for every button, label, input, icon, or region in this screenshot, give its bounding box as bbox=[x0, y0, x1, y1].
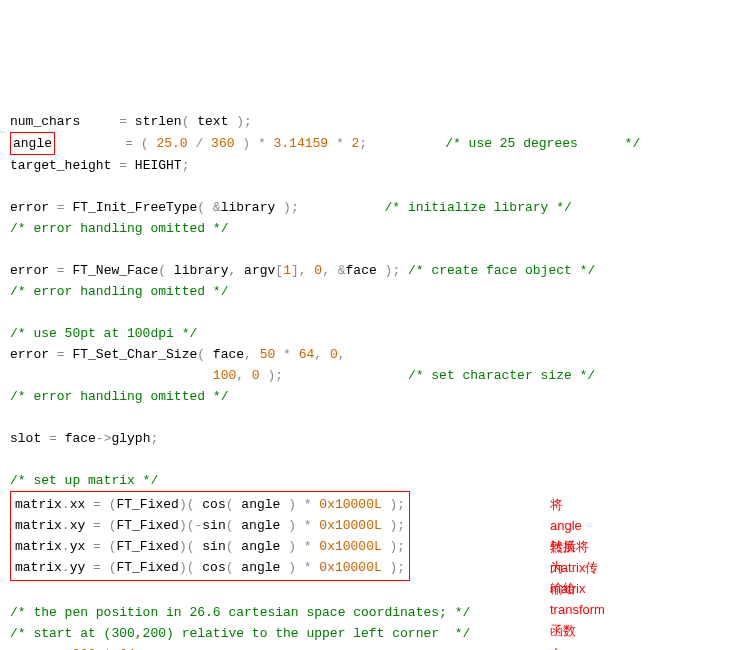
code-comment: /* set up matrix */ bbox=[10, 473, 158, 488]
code-block: num_chars = strlen( text ); angle = ( 25… bbox=[10, 90, 722, 650]
annotation-3: 实现字体选择指定角度 bbox=[550, 644, 563, 650]
code-line: num_chars = strlen( text ); bbox=[10, 114, 252, 129]
code-comment: /* use 50pt at 100dpi */ bbox=[10, 326, 197, 341]
code-line: angle = ( 25.0 / 360 ) * 3.14159 * 2; /*… bbox=[10, 136, 640, 151]
code-comment: /* error handling omitted */ bbox=[10, 221, 228, 236]
matrix-block: matrix.xx = (FT_Fixed)( cos( angle ) * 0… bbox=[10, 560, 410, 575]
code-comment: /* error handling omitted */ bbox=[10, 389, 228, 404]
code-line: slot = face->glyph; bbox=[10, 431, 158, 446]
code-comment: /* error handling omitted */ bbox=[10, 284, 228, 299]
code-line: error = FT_Set_Char_Size( face, 50 * 64,… bbox=[10, 347, 346, 362]
code-line: 100, 0 ); /* set character size */ bbox=[10, 368, 595, 383]
code-line: target_height = HEIGHT; bbox=[10, 158, 189, 173]
annotation-2: 然后将matrix传输给transform函数 bbox=[550, 536, 605, 641]
angle-highlight-box: angle bbox=[10, 132, 55, 155]
code-comment: /* the pen position in 26.6 cartesian sp… bbox=[10, 605, 470, 620]
code-comment: /* start at (300,200) relative to the up… bbox=[10, 626, 470, 641]
matrix-highlight-box: matrix.xx = (FT_Fixed)( cos( angle ) * 0… bbox=[10, 491, 410, 581]
code-line: error = FT_New_Face( library, argv[1], 0… bbox=[10, 263, 595, 278]
code-line: error = FT_Init_FreeType( &library ); /*… bbox=[10, 200, 572, 215]
